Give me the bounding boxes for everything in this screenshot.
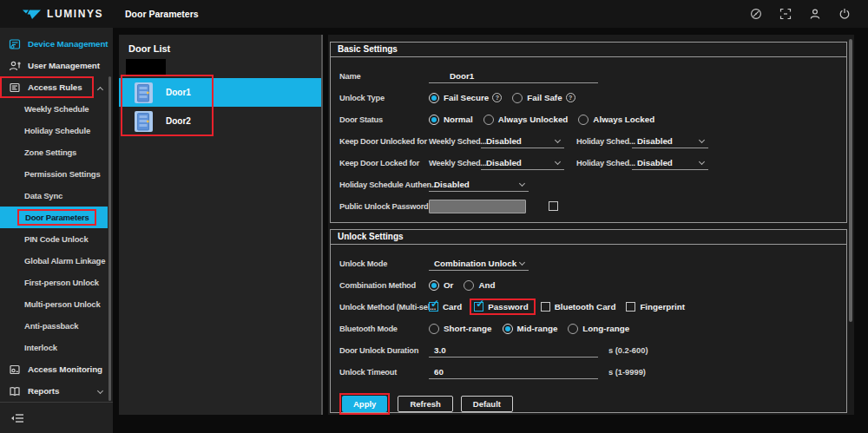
keep-unlocked-holiday-dropdown[interactable]: Disabled (632, 134, 708, 148)
unlock-mode-dropdown[interactable]: Combination Unlock (429, 257, 529, 271)
redacted-device-name (126, 59, 166, 75)
dropdown-value: Disabled (632, 158, 673, 167)
fullscreen-icon[interactable] (779, 8, 792, 20)
collapse-sidebar-icon[interactable] (10, 413, 24, 423)
door-list-item-door1[interactable]: Door1 (119, 78, 323, 107)
user-management-icon (9, 60, 21, 72)
radio-always-unlocked[interactable]: Always Unlocked (483, 115, 569, 125)
refresh-button[interactable]: Refresh (398, 396, 452, 412)
dropdown-value: Combination Unlock (429, 259, 516, 268)
form-scrollbar[interactable] (849, 39, 852, 322)
sidebar-item-access-rules[interactable]: Access Rules (0, 76, 94, 98)
radio-or[interactable]: Or (429, 280, 453, 291)
sidebar-item-global-alarm-linkage[interactable]: Global Alarm Linkage (0, 250, 113, 272)
radio-short-range[interactable]: Short-range (429, 324, 492, 334)
sidebar-nav: Device Management User Management (0, 28, 113, 402)
sidebar-item-label: Reports (28, 386, 59, 396)
power-icon[interactable] (838, 8, 851, 20)
apply-button[interactable]: Apply (342, 396, 387, 412)
user-icon[interactable] (809, 8, 821, 20)
door-status-label: Door Status (339, 115, 429, 124)
keep-locked-row: Keep Door Locked for Weekly Sched... Dis… (339, 152, 846, 174)
sidebar-item-permission-settings[interactable]: Permission Settings (0, 163, 113, 185)
sidebar-item-anti-passback[interactable]: Anti-passback (0, 315, 113, 337)
chevron-up-icon[interactable] (97, 87, 103, 93)
unlock-timeout-label: Unlock Timeout (339, 368, 429, 377)
keep-locked-weekly-dropdown[interactable]: Disabled (481, 156, 564, 170)
public-password-input[interactable] (429, 200, 526, 213)
help-icon[interactable] (566, 93, 575, 102)
radio-fail-secure[interactable]: Fail Secure (429, 93, 502, 103)
keep-locked-holiday-dropdown[interactable]: Disabled (632, 156, 708, 170)
sidebar-scrollbar[interactable] (108, 76, 111, 401)
radio-icon (483, 115, 494, 125)
radio-long-range[interactable]: Long-range (568, 324, 629, 334)
sidebar-item-label: Global Alarm Linkage (24, 256, 105, 266)
weekly-schedule-label: Weekly Sched... (429, 159, 481, 167)
keep-unlocked-weekly-dropdown[interactable]: Disabled (481, 134, 564, 148)
sidebar-item-user-management[interactable]: User Management (0, 55, 113, 76)
sidebar-item-weekly-schedule[interactable]: Weekly Schedule (0, 98, 113, 120)
sidebar-item-interlock[interactable]: Interlock (0, 337, 113, 358)
reports-icon (9, 385, 21, 397)
option-label: Fail Secure (444, 93, 489, 102)
sidebar-footer (0, 402, 113, 433)
sidebar-item-door-parameters[interactable]: Door Parameters (0, 207, 108, 228)
door-parameters-form: Basic Settings Name Door1 Unlock Type Fa… (328, 35, 854, 415)
sidebar-item-pin-code-unlock[interactable]: PIN Code Unlock (0, 228, 113, 250)
public-password-checkbox[interactable] (549, 201, 558, 211)
radio-and[interactable]: And (464, 280, 495, 291)
door-icon (134, 82, 154, 104)
public-password-row: Public Unlock Password (339, 195, 846, 217)
dropdown-value: Disabled (632, 136, 673, 146)
unlock-duration-input[interactable]: 3.0 (429, 344, 598, 358)
checkbox-fingerprint[interactable]: Fingerprint (626, 302, 685, 312)
option-label: Normal (444, 115, 473, 124)
checkbox-bluetooth-card[interactable]: Bluetooth Card (541, 302, 616, 312)
sidebar-item-label: Door Parameters (25, 213, 89, 222)
compass-icon[interactable] (750, 8, 762, 20)
chevron-down-icon (519, 259, 525, 265)
radio-mid-range[interactable]: Mid-range (503, 324, 558, 334)
checkbox-icon (541, 302, 550, 312)
door-list-item-door2[interactable]: Door2 (119, 107, 323, 135)
public-password-label: Public Unlock Password (339, 202, 429, 211)
dropdown-value: Disabled (481, 136, 522, 146)
sidebar-item-label: First-person Unlock (24, 278, 99, 287)
unlock-method-row: Unlock Method (Multi-sel... Card Passwor… (339, 296, 846, 318)
option-label: Password (488, 302, 528, 312)
name-value: Door1 (429, 71, 474, 82)
option-label: Always Locked (593, 115, 654, 124)
option-label: Fail Safe (527, 93, 562, 102)
radio-normal[interactable]: Normal (429, 115, 473, 125)
access-rules-icon (9, 82, 21, 94)
door-list-scrollbar[interactable] (321, 35, 323, 415)
name-input[interactable]: Door1 (429, 69, 598, 83)
sidebar-item-access-monitoring[interactable]: Access Monitoring (0, 358, 113, 380)
unlock-timeout-input[interactable]: 60 (429, 365, 598, 379)
dropdown-value: Disabled (429, 180, 470, 189)
sidebar-item-reports[interactable]: Reports (0, 380, 113, 402)
radio-icon (512, 93, 523, 103)
keep-unlocked-label: Keep Door Unlocked for (339, 137, 429, 146)
radio-always-locked[interactable]: Always Locked (578, 115, 654, 125)
holiday-auth-label: Holiday Schedule Authen... (339, 180, 429, 189)
checkbox-password[interactable]: Password (474, 302, 528, 312)
sidebar-item-zone-settings[interactable]: Zone Settings (0, 141, 113, 163)
name-row: Name Door1 (339, 65, 846, 87)
sidebar-item-multi-person-unlock[interactable]: Multi-person Unlock (0, 293, 113, 315)
sidebar-item-label: PIN Code Unlock (24, 234, 89, 244)
sidebar-item-first-person-unlock[interactable]: First-person Unlock (0, 272, 113, 293)
sidebar-item-data-sync[interactable]: Data Sync (0, 185, 113, 207)
checkbox-card[interactable]: Card (429, 302, 462, 312)
radio-fail-safe[interactable]: Fail Safe (512, 93, 575, 103)
default-button[interactable]: Default (461, 396, 513, 412)
option-label: Always Unlocked (498, 115, 569, 124)
password-highlight-box: Password (470, 299, 535, 315)
sidebar-item-holiday-schedule[interactable]: Holiday Schedule (0, 120, 113, 141)
sidebar-item-device-management[interactable]: Device Management (0, 33, 113, 55)
help-icon[interactable] (492, 93, 502, 102)
chevron-down-icon (555, 136, 561, 142)
checkbox-icon (474, 302, 483, 312)
holiday-auth-dropdown[interactable]: Disabled (429, 178, 529, 192)
